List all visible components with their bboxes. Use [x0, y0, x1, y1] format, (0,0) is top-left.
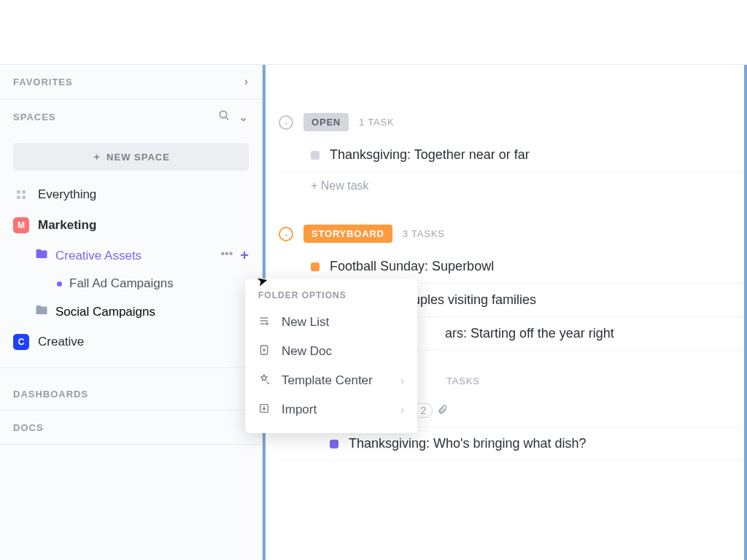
svg-rect-5	[22, 195, 26, 199]
status-badge-storyboard[interactable]: STORYBOARD	[303, 225, 392, 243]
menu-label: Import	[282, 402, 317, 417]
chevron-right-icon: ›	[400, 375, 404, 386]
list-icon	[258, 315, 271, 330]
task-title-fragment: ars: Starting off the year right	[445, 326, 614, 341]
menu-item-template-center[interactable]: Template Center ›	[245, 366, 417, 395]
sidebar-item-marketing[interactable]: M Marketing	[0, 210, 262, 241]
status-square-icon	[311, 151, 320, 160]
menu-label: Template Center	[282, 373, 373, 388]
docs-label: DOCS	[13, 422, 44, 433]
svg-point-0	[220, 111, 226, 117]
chevron-right-icon: ›	[244, 75, 249, 88]
dashboards-header[interactable]: DASHBOARDS	[0, 378, 262, 411]
social-campaigns-label: Social Campaigns	[55, 305, 155, 319]
svg-rect-3	[22, 190, 26, 194]
task-count-extra: TASKS	[446, 376, 480, 386]
status-badge-open[interactable]: OPEN	[303, 113, 349, 131]
marketing-space-icon: M	[13, 217, 29, 233]
sidebar-item-everything[interactable]: Everything	[0, 179, 262, 210]
favorites-header[interactable]: FAVORITES ›	[0, 65, 262, 99]
list-dot-icon	[57, 281, 62, 287]
status-group-open: ⌄ OPEN 1 TASK Thanksgiving: Together nea…	[279, 109, 744, 200]
menu-item-import[interactable]: Import ›	[245, 395, 417, 424]
collapse-toggle-icon[interactable]: ⌄	[279, 115, 293, 130]
fall-ad-label: Fall Ad Campaigns	[69, 276, 174, 291]
import-icon	[258, 402, 271, 417]
attachment-icon[interactable]	[437, 404, 448, 417]
task-title: Thanksgiving: Together near or far	[330, 147, 530, 163]
more-icon[interactable]: •••	[221, 247, 233, 264]
chevron-down-icon[interactable]: ⌄	[239, 110, 249, 124]
folder-icon	[35, 303, 48, 320]
marketing-label: Marketing	[38, 218, 96, 233]
folder-icon	[35, 247, 48, 264]
grid-icon	[13, 187, 29, 203]
creative-label: Creative	[38, 335, 84, 349]
template-icon	[258, 373, 271, 388]
docs-header[interactable]: DOCS ›	[0, 411, 262, 445]
new-space-button[interactable]: ＋ NEW SPACE	[13, 143, 249, 171]
task-title: Thanksgiving: Who's bringing what dish?	[349, 436, 587, 451]
folder-creative-assets[interactable]: Creative Assets ••• +	[0, 241, 262, 271]
task-count-open: 1 TASK	[359, 117, 394, 128]
folder-options-menu: FOLDER OPTIONS New List New Doc Template…	[245, 279, 417, 433]
sidebar-item-creative[interactable]: C Creative	[0, 327, 262, 357]
spaces-header: SPACES ⌄	[0, 99, 262, 134]
folder-social-campaigns[interactable]: Social Campaigns	[0, 297, 262, 327]
favorites-label: FAVORITES	[13, 77, 73, 88]
creative-assets-label: Creative Assets	[55, 249, 142, 263]
svg-rect-2	[17, 190, 20, 194]
task-count-storyboard: 3 TASKS	[403, 228, 445, 239]
menu-item-new-list[interactable]: New List	[245, 308, 417, 337]
creative-space-icon: C	[13, 334, 29, 350]
search-icon[interactable]	[218, 109, 230, 124]
add-icon[interactable]: +	[240, 247, 249, 264]
spaces-label: SPACES	[13, 112, 56, 122]
collapse-toggle-icon[interactable]: ⌄	[279, 227, 293, 241]
sidebar: FAVORITES › SPACES ⌄ ＋ NEW SPACE Everyth…	[0, 65, 263, 560]
menu-label: New Doc	[282, 344, 332, 359]
svg-line-1	[226, 117, 228, 120]
doc-icon	[258, 344, 271, 359]
svg-line-14	[267, 382, 269, 384]
everything-label: Everything	[38, 187, 96, 202]
new-space-label: NEW SPACE	[107, 152, 170, 163]
task-title: Football Sunday: Superbowl	[330, 259, 494, 274]
task-row[interactable]: Thanksgiving: Together near or far	[279, 139, 744, 172]
status-square-icon	[330, 440, 338, 448]
divider	[0, 368, 262, 368]
chevron-right-icon: ›	[400, 404, 404, 416]
menu-item-new-doc[interactable]: New Doc	[245, 337, 417, 366]
menu-title: FOLDER OPTIONS	[245, 287, 417, 308]
plus-icon: ＋	[92, 150, 102, 163]
status-square-icon	[311, 262, 320, 271]
dashboards-label: DASHBOARDS	[13, 389, 88, 400]
new-task-button[interactable]: + New task	[279, 172, 744, 200]
list-fall-ad-campaigns[interactable]: Fall Ad Campaigns	[0, 271, 262, 297]
menu-label: New List	[282, 315, 329, 330]
svg-rect-4	[17, 195, 20, 199]
